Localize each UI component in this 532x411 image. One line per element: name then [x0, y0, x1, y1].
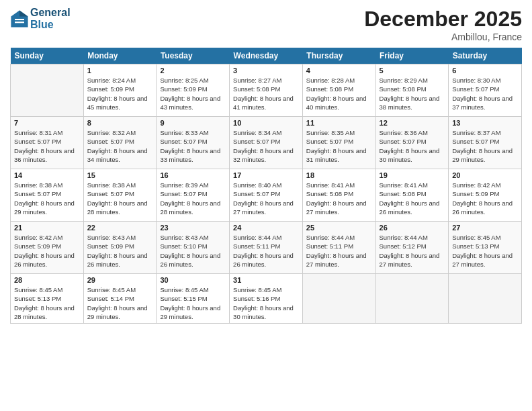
day-number: 23 [160, 224, 226, 232]
table-row: 21Sunrise: 8:42 AMSunset: 5:09 PMDayligh… [11, 222, 84, 274]
table-row: 25Sunrise: 8:44 AMSunset: 5:11 PMDayligh… [302, 222, 375, 274]
day-info: Sunrise: 8:38 AMSunset: 5:07 PMDaylight:… [14, 181, 80, 216]
day-number: 10 [233, 119, 299, 127]
table-row: 20Sunrise: 8:42 AMSunset: 5:09 PMDayligh… [449, 169, 522, 222]
table-row: 29Sunrise: 8:45 AMSunset: 5:14 PMDayligh… [83, 274, 157, 324]
table-row: 15Sunrise: 8:38 AMSunset: 5:07 PMDayligh… [83, 169, 157, 222]
month-title: December 2025 [364, 7, 522, 32]
table-row: 27Sunrise: 8:45 AMSunset: 5:13 PMDayligh… [449, 222, 522, 274]
day-number: 18 [306, 171, 372, 179]
day-info: Sunrise: 8:40 AMSunset: 5:07 PMDaylight:… [233, 181, 299, 216]
table-row: 28Sunrise: 8:45 AMSunset: 5:13 PMDayligh… [11, 274, 84, 324]
table-row: 23Sunrise: 8:43 AMSunset: 5:10 PMDayligh… [157, 222, 230, 274]
page-container: General Blue December 2025 Ambillou, Fra… [0, 0, 532, 411]
col-sunday: Sunday [11, 48, 84, 64]
day-number: 27 [452, 224, 518, 232]
day-number: 30 [160, 276, 226, 284]
logo: General Blue [10, 7, 71, 30]
day-number: 22 [87, 224, 153, 232]
table-row: 1Sunrise: 8:24 AMSunset: 5:09 PMDaylight… [83, 64, 157, 117]
day-number: 6 [452, 66, 518, 75]
day-info: Sunrise: 8:24 AMSunset: 5:09 PMDaylight:… [87, 76, 153, 111]
table-row: 12Sunrise: 8:36 AMSunset: 5:07 PMDayligh… [375, 117, 449, 169]
table-row [11, 64, 84, 117]
day-number: 9 [160, 119, 226, 127]
table-row: 3Sunrise: 8:27 AMSunset: 5:08 PMDaylight… [230, 64, 303, 117]
day-info: Sunrise: 8:37 AMSunset: 5:07 PMDaylight:… [452, 128, 518, 164]
day-info: Sunrise: 8:44 AMSunset: 5:12 PMDaylight:… [380, 233, 445, 269]
day-info: Sunrise: 8:30 AMSunset: 5:07 PMDaylight:… [452, 76, 518, 111]
day-info: Sunrise: 8:31 AMSunset: 5:07 PMDaylight:… [14, 128, 80, 164]
day-info: Sunrise: 8:41 AMSunset: 5:08 PMDaylight:… [380, 181, 445, 216]
table-row: 24Sunrise: 8:44 AMSunset: 5:11 PMDayligh… [230, 222, 303, 274]
table-row: 18Sunrise: 8:41 AMSunset: 5:08 PMDayligh… [302, 169, 375, 222]
table-row: 11Sunrise: 8:35 AMSunset: 5:07 PMDayligh… [302, 117, 375, 169]
table-row: 5Sunrise: 8:29 AMSunset: 5:08 PMDaylight… [375, 64, 449, 117]
day-number: 15 [87, 171, 153, 179]
col-monday: Monday [83, 48, 157, 64]
title-section: December 2025 Ambillou, France [364, 7, 522, 42]
table-row: 16Sunrise: 8:39 AMSunset: 5:07 PMDayligh… [157, 169, 230, 222]
day-number: 28 [14, 276, 80, 284]
day-number: 20 [452, 171, 518, 179]
svg-rect-2 [15, 19, 24, 20]
calendar-table: Sunday Monday Tuesday Wednesday Thursday… [10, 48, 522, 324]
day-number: 1 [87, 66, 153, 75]
day-info: Sunrise: 8:35 AMSunset: 5:07 PMDaylight:… [306, 128, 372, 164]
day-number: 21 [14, 224, 80, 232]
day-info: Sunrise: 8:28 AMSunset: 5:08 PMDaylight:… [306, 76, 372, 111]
table-row: 30Sunrise: 8:45 AMSunset: 5:15 PMDayligh… [157, 274, 230, 324]
day-number: 4 [306, 66, 372, 75]
day-number: 3 [233, 66, 299, 75]
table-row: 2Sunrise: 8:25 AMSunset: 5:09 PMDaylight… [157, 64, 230, 117]
table-row: 6Sunrise: 8:30 AMSunset: 5:07 PMDaylight… [449, 64, 522, 117]
col-saturday: Saturday [449, 48, 522, 64]
table-row: 8Sunrise: 8:32 AMSunset: 5:07 PMDaylight… [83, 117, 157, 169]
subtitle: Ambillou, France [364, 32, 522, 42]
day-number: 17 [233, 171, 299, 179]
day-info: Sunrise: 8:45 AMSunset: 5:13 PMDaylight:… [14, 285, 80, 321]
table-row: 31Sunrise: 8:45 AMSunset: 5:16 PMDayligh… [230, 274, 303, 324]
day-info: Sunrise: 8:45 AMSunset: 5:15 PMDaylight:… [160, 285, 226, 321]
table-row: 4Sunrise: 8:28 AMSunset: 5:08 PMDaylight… [302, 64, 375, 117]
col-tuesday: Tuesday [157, 48, 230, 64]
svg-rect-3 [15, 21, 24, 23]
day-number: 24 [233, 224, 299, 232]
day-info: Sunrise: 8:41 AMSunset: 5:08 PMDaylight:… [306, 181, 372, 216]
table-row [375, 274, 449, 324]
day-number: 2 [160, 66, 226, 75]
day-info: Sunrise: 8:44 AMSunset: 5:11 PMDaylight:… [306, 233, 372, 269]
day-info: Sunrise: 8:33 AMSunset: 5:07 PMDaylight:… [160, 128, 226, 164]
day-number: 14 [14, 171, 80, 179]
day-info: Sunrise: 8:29 AMSunset: 5:08 PMDaylight:… [380, 76, 445, 111]
day-info: Sunrise: 8:32 AMSunset: 5:07 PMDaylight:… [87, 128, 153, 164]
day-number: 25 [306, 224, 372, 232]
day-info: Sunrise: 8:43 AMSunset: 5:10 PMDaylight:… [160, 233, 226, 269]
day-number: 8 [87, 119, 153, 127]
col-wednesday: Wednesday [230, 48, 303, 64]
day-info: Sunrise: 8:39 AMSunset: 5:07 PMDaylight:… [160, 181, 226, 216]
logo-text: General Blue [30, 7, 71, 30]
table-row: 7Sunrise: 8:31 AMSunset: 5:07 PMDaylight… [11, 117, 84, 169]
table-row: 10Sunrise: 8:34 AMSunset: 5:07 PMDayligh… [230, 117, 303, 169]
day-number: 26 [380, 224, 445, 232]
table-row: 22Sunrise: 8:43 AMSunset: 5:09 PMDayligh… [83, 222, 157, 274]
table-row: 14Sunrise: 8:38 AMSunset: 5:07 PMDayligh… [11, 169, 84, 222]
day-number: 5 [380, 66, 445, 75]
day-info: Sunrise: 8:42 AMSunset: 5:09 PMDaylight:… [14, 233, 80, 269]
day-info: Sunrise: 8:34 AMSunset: 5:07 PMDaylight:… [233, 128, 299, 164]
table-row: 19Sunrise: 8:41 AMSunset: 5:08 PMDayligh… [375, 169, 449, 222]
svg-marker-1 [19, 10, 28, 16]
day-info: Sunrise: 8:38 AMSunset: 5:07 PMDaylight:… [87, 181, 153, 216]
table-row: 17Sunrise: 8:40 AMSunset: 5:07 PMDayligh… [230, 169, 303, 222]
day-number: 11 [306, 119, 372, 127]
day-number: 19 [380, 171, 445, 179]
day-info: Sunrise: 8:42 AMSunset: 5:09 PMDaylight:… [452, 181, 518, 216]
col-thursday: Thursday [302, 48, 375, 64]
day-number: 13 [452, 119, 518, 127]
logo-icon [10, 9, 29, 28]
day-number: 16 [160, 171, 226, 179]
day-number: 12 [380, 119, 445, 127]
day-info: Sunrise: 8:45 AMSunset: 5:16 PMDaylight:… [233, 285, 299, 321]
header: General Blue December 2025 Ambillou, Fra… [10, 7, 522, 42]
